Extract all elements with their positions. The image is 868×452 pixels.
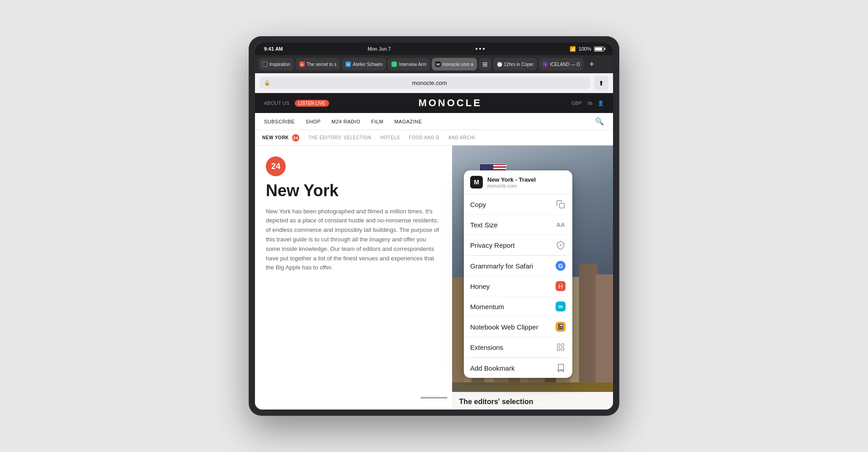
add-tab-button[interactable]: + [585, 58, 598, 71]
tab-7-favicon: 🕐 [497, 62, 502, 67]
copy-label: Copy [470, 201, 486, 208]
menu-item-grammarly[interactable]: Grammarly for Safari G [464, 256, 572, 276]
tab-3[interactable]: M Atelier Schwim [342, 58, 386, 71]
menu-item-extensions[interactable]: Extensions [464, 337, 572, 358]
battery-icon [594, 47, 604, 52]
status-right: 📶 100% [570, 46, 604, 52]
main-content: 24 New York New York has been photograph… [255, 146, 613, 410]
tab-checkbox-icon [262, 61, 268, 67]
tab-1[interactable]: Inspiration [259, 58, 294, 71]
subnav-editors-selection[interactable]: THE EDITORS' SELECTION [308, 135, 371, 140]
privacy-report-icon [555, 240, 566, 250]
nav-shop[interactable]: Shop [306, 119, 321, 124]
tab-5-favicon: M [435, 61, 441, 67]
article-area: 24 New York New York has been photograph… [255, 146, 452, 410]
bookmark-icon [555, 363, 566, 373]
tab-4-favicon: I [392, 61, 397, 67]
tab-bar: Inspiration A The secret to s M Atelier … [255, 55, 613, 73]
nav-film[interactable]: Film [371, 119, 383, 124]
tab-4-label: Interview Arm [399, 62, 426, 67]
tab-8-favicon: I [542, 61, 548, 67]
svg-rect-12 [595, 274, 613, 382]
tab-2-favicon: A [299, 61, 305, 67]
ipad-device: 9:41 AM Mon Jun 7 📶 100% Inspiration A T… [249, 36, 619, 416]
svg-rect-11 [579, 264, 597, 382]
site-nav: Subscribe Shop M24 Radio Film Magazine 🔍 [255, 113, 613, 130]
add-bookmark-label: Add Bookmark [470, 364, 514, 372]
tab-5-label: monocle.com a [443, 62, 473, 67]
tab-3-label: Atelier Schwim [353, 62, 382, 67]
honey-label: Honey [470, 282, 490, 290]
svg-rect-14 [557, 344, 560, 347]
site-logo: MONOCLE [418, 97, 481, 109]
status-time: 9:41 AM [264, 46, 283, 52]
bag-icon[interactable]: 🛍 [587, 100, 592, 106]
subnav-hotels[interactable]: HOTELS [381, 135, 400, 140]
address-bar[interactable]: 🔒 monocle.com [259, 77, 590, 89]
nav-magazine[interactable]: Magazine [394, 119, 422, 124]
menu-item-add-bookmark[interactable]: Add Bookmark [464, 358, 572, 378]
lock-icon: 🔒 [264, 80, 270, 86]
subnav-food[interactable]: FOOD AND D [409, 135, 439, 140]
extensions-label: Extensions [470, 344, 503, 351]
site-header-left: ABOUT US LISTEN LIVE [264, 100, 329, 107]
about-us-link[interactable]: ABOUT US [264, 100, 289, 106]
menu-title: New York - Travel [487, 176, 536, 183]
browser-chrome: 🔒 monocle.com ⬆ [255, 73, 613, 93]
svg-rect-13 [560, 203, 565, 208]
copy-icon [555, 199, 566, 210]
svg-rect-0 [452, 277, 464, 382]
menu-item-momentum[interactable]: Momentum m [464, 297, 572, 317]
notebook-icon: 📓 [555, 321, 566, 332]
privacy-report-label: Privacy Report [470, 241, 514, 249]
tab-4[interactable]: I Interview Arm [388, 58, 430, 71]
text-size-icon: AA [555, 219, 566, 230]
menu-item-privacy-report[interactable]: Privacy Report [464, 235, 572, 255]
status-date: Mon Jun 7 [368, 46, 391, 52]
tab-6[interactable]: ⊞ [479, 58, 491, 71]
momentum-label: Momentum [470, 303, 504, 311]
status-dots [476, 48, 485, 50]
subnav-newyork[interactable]: NEW YORK 24 [262, 134, 299, 141]
tab-8-label: ICELAND — O [550, 62, 580, 67]
tab-3-favicon: M [345, 61, 351, 67]
svg-rect-15 [561, 344, 564, 347]
grammarly-icon: G [555, 260, 566, 271]
tab-2[interactable]: A The secret to s [296, 58, 340, 71]
tab-8[interactable]: I ICELAND — O [539, 58, 584, 71]
nav-subscribe[interactable]: Subscribe [264, 119, 295, 124]
currency-selector[interactable]: GBP [571, 100, 582, 106]
status-bar: 9:41 AM Mon Jun 7 📶 100% [255, 42, 613, 55]
menu-item-copy[interactable]: Copy [464, 194, 572, 215]
tab-5-active[interactable]: M monocle.com a [432, 58, 477, 71]
article-number: 24 [266, 156, 286, 176]
grammarly-label: Grammarly for Safari [470, 262, 533, 270]
sub-nav: NEW YORK 24 THE EDITORS' SELECTION HOTEL… [255, 130, 613, 146]
menu-favicon: M [470, 176, 483, 188]
tab-7[interactable]: 🕐 12hrs in Coper [493, 58, 538, 71]
svg-rect-16 [557, 348, 560, 351]
svg-rect-17 [561, 348, 564, 351]
ipad-screen: 9:41 AM Mon Jun 7 📶 100% Inspiration A T… [255, 42, 613, 410]
scroll-indicator [420, 397, 448, 399]
listen-live-badge[interactable]: LISTEN LIVE [295, 100, 329, 107]
menu-item-honey[interactable]: Honey H [464, 276, 572, 297]
editors-caption: The editors' selection [452, 392, 613, 410]
text-size-label: Text Size [470, 221, 498, 229]
search-icon[interactable]: 🔍 [595, 117, 604, 126]
notebook-label: Notebook Web Clipper [470, 323, 538, 331]
wifi-icon: 📶 [570, 46, 576, 52]
nav-m24radio[interactable]: M24 Radio [331, 119, 360, 124]
tab-1-label: Inspiration [269, 62, 290, 67]
article-title: New York [266, 182, 441, 200]
menu-item-text-size[interactable]: Text Size AA [464, 215, 572, 235]
tab-7-label: 12hrs in Coper [504, 62, 534, 67]
momentum-icon: m [555, 301, 566, 312]
account-icon[interactable]: 👤 [598, 100, 604, 106]
subnav-archi[interactable]: AND ARCHI [448, 135, 475, 140]
url-text: monocle.com [273, 80, 586, 86]
menu-item-notebook[interactable]: Notebook Web Clipper 📓 [464, 317, 572, 337]
site-header-right: GBP 🛍 👤 [571, 100, 604, 106]
menu-header: M New York - Travel monocle.com [464, 170, 572, 194]
share-button[interactable]: ⬆ [594, 76, 609, 90]
